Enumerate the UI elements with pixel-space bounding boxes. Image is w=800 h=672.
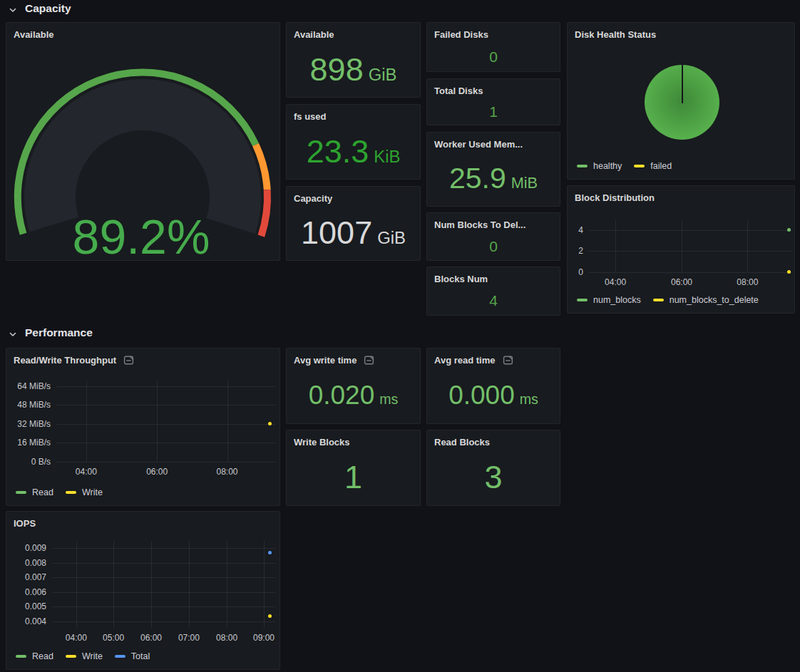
legend-item[interactable]: num_blocks_to_delete bbox=[653, 295, 759, 305]
panel-blocks-num: Blocks Num 4 bbox=[426, 267, 560, 316]
gridline bbox=[56, 386, 275, 387]
stat-number: 0 bbox=[489, 239, 498, 254]
panel-avg-read-time: Avg read time 0.000 ms bbox=[426, 348, 560, 424]
y-axis-tick-label: 4 bbox=[568, 224, 583, 236]
chevron-down-icon bbox=[9, 4, 17, 13]
legend-item[interactable]: healthy bbox=[577, 161, 622, 171]
panel-title[interactable]: fs used bbox=[287, 105, 420, 125]
y-axis-tick-label: 0.009 bbox=[6, 542, 46, 554]
stat-value: 4 bbox=[489, 293, 498, 308]
panel-title[interactable]: Avg write time bbox=[287, 348, 420, 368]
panel-available-stat: Available 898 GiB bbox=[286, 22, 421, 98]
gridline bbox=[52, 606, 275, 607]
panel-read-write-throughput: Read/Write Throughput 0 B/s16 MiB/s32 Mi… bbox=[6, 348, 280, 506]
y-axis-tick-label: 0 bbox=[568, 267, 583, 278]
grafana-dashboard: Capacity Available 89.2% Available 898 G… bbox=[0, 0, 800, 672]
legend-color-dash bbox=[66, 655, 76, 658]
gridline bbox=[227, 381, 228, 462]
panel-title[interactable]: Write Blocks bbox=[287, 430, 420, 450]
stat-body: 3 bbox=[427, 449, 560, 505]
x-axis-tick-label: 04:00 bbox=[595, 277, 635, 287]
panel-failed-disks: Failed Disks 0 bbox=[426, 22, 560, 72]
gridline bbox=[56, 405, 275, 405]
stat-value: 3 bbox=[484, 461, 502, 493]
legend-color-dash bbox=[115, 655, 125, 658]
legend-item[interactable]: Read bbox=[16, 487, 53, 497]
x-axis-tick-label: 08:00 bbox=[207, 633, 247, 643]
gridline bbox=[113, 541, 114, 628]
panel-title[interactable]: Blocks Num bbox=[427, 267, 560, 287]
legend-label: Write bbox=[82, 487, 103, 497]
gauge-threshold-arc bbox=[261, 190, 267, 236]
panel-fs-used: fs used 23.3 KiB bbox=[286, 104, 421, 180]
time-series-plot[interactable]: 0 B/s16 MiB/s32 MiB/s48 MiB/s64 MiB/s04:… bbox=[6, 348, 280, 505]
legend-color-dash bbox=[16, 655, 26, 658]
panel-title[interactable]: Available bbox=[287, 23, 420, 43]
gridline bbox=[151, 541, 152, 628]
legend-item[interactable]: Write bbox=[66, 487, 103, 497]
stat-value: 1 bbox=[344, 461, 362, 493]
panel-title[interactable]: Total Disks bbox=[427, 79, 560, 99]
stat-body: 0 bbox=[427, 232, 560, 260]
y-axis-tick-label: 0.007 bbox=[6, 572, 46, 583]
time-series-plot[interactable]: 02404:0006:0008:00 bbox=[568, 186, 794, 313]
section-title: Performance bbox=[25, 326, 93, 339]
x-axis-tick-label: 04:00 bbox=[66, 467, 106, 477]
stat-value: 0 bbox=[489, 239, 498, 254]
stat-number: 0 bbox=[489, 49, 498, 64]
panel-avg-write-time: Avg write time 0.020 ms bbox=[286, 348, 421, 424]
panel-title[interactable]: Failed Disks bbox=[427, 23, 560, 43]
legend-label: failed bbox=[650, 161, 672, 171]
gridline bbox=[615, 220, 616, 272]
gridline bbox=[52, 563, 275, 564]
legend-label: healthy bbox=[593, 161, 622, 171]
panel-description-icon[interactable] bbox=[503, 355, 513, 366]
gridline bbox=[264, 541, 265, 628]
x-axis-tick-label: 06:00 bbox=[137, 467, 177, 477]
stat-value: 23.3 KiB bbox=[307, 135, 401, 167]
panel-title[interactable]: Worker Used Mem... bbox=[427, 133, 560, 153]
panel-num-blocks-to-delete: Num Blocks To Del... 0 bbox=[426, 212, 560, 261]
stat-value: 0.020 ms bbox=[309, 382, 399, 408]
panel-title[interactable]: Disk Health Status bbox=[568, 23, 794, 43]
legend-label: Total bbox=[131, 651, 150, 661]
stat-number: 23.3 bbox=[307, 135, 369, 167]
legend-item[interactable]: num_blocks bbox=[577, 295, 641, 305]
gridline bbox=[56, 443, 275, 443]
stat-unit: ms bbox=[520, 393, 538, 407]
section-header-capacity[interactable]: Capacity bbox=[9, 1, 71, 16]
legend-color-dash bbox=[66, 491, 76, 494]
legend-color-dash bbox=[653, 299, 664, 301]
legend-item[interactable]: Total bbox=[115, 651, 150, 661]
x-axis-tick-label: 05:00 bbox=[93, 633, 133, 643]
panel-title[interactable]: Avg read time bbox=[427, 348, 560, 368]
panel-title[interactable]: Read Blocks bbox=[427, 430, 560, 450]
y-axis-tick-label: 32 MiB/s bbox=[6, 418, 51, 430]
stat-unit: MiB bbox=[511, 175, 538, 191]
legend-item[interactable]: Read bbox=[16, 651, 53, 661]
panel-title[interactable]: Capacity bbox=[287, 187, 420, 207]
gauge: 89.2% bbox=[6, 43, 280, 260]
gridline bbox=[747, 220, 748, 272]
legend-color-dash bbox=[577, 165, 588, 167]
section-header-performance[interactable]: Performance bbox=[9, 326, 93, 340]
gridline bbox=[589, 272, 792, 273]
stat-body: 25.9 MiB bbox=[427, 151, 560, 206]
stat-unit: GiB bbox=[377, 229, 406, 247]
stat-body: 1007 GiB bbox=[287, 205, 420, 260]
stat-body: 23.3 KiB bbox=[287, 123, 420, 179]
chart-legend: healthyfailed bbox=[577, 161, 672, 171]
gridline bbox=[682, 220, 682, 272]
stat-number: 1 bbox=[489, 104, 498, 119]
y-axis-tick-label: 0 B/s bbox=[6, 456, 51, 467]
data-point bbox=[787, 270, 791, 274]
panel-title[interactable]: Available bbox=[6, 23, 280, 43]
legend-item[interactable]: failed bbox=[634, 161, 672, 171]
y-axis-tick-label: 2 bbox=[568, 245, 583, 257]
legend-item[interactable]: Write bbox=[66, 651, 103, 661]
panel-description-icon[interactable] bbox=[364, 355, 374, 366]
time-series-plot[interactable]: 0.0040.0050.0060.0070.0080.00904:0005:00… bbox=[6, 512, 280, 669]
panel-title[interactable]: Num Blocks To Del... bbox=[427, 213, 560, 233]
gridline bbox=[52, 577, 275, 578]
stat-body: 0 bbox=[427, 41, 560, 71]
